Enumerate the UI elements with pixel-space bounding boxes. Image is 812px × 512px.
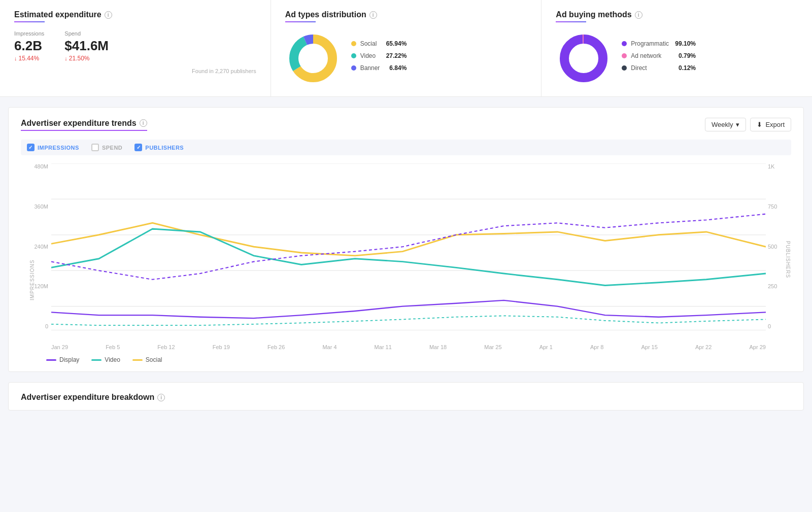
trends-title: Advertiser expenditure trends i: [21, 119, 147, 131]
ad-types-title-underline: [285, 21, 316, 22]
y-labels-left: 480M 360M 240M 120M 0: [26, 163, 48, 329]
buying-methods-info-icon[interactable]: i: [635, 11, 642, 19]
legend-programmatic: Programmatic 99.10%: [622, 40, 696, 47]
breakdown-title: Advertiser expenditure breakdown i: [21, 393, 791, 402]
spend-label: Spend: [64, 30, 109, 37]
social-legend-line: [132, 359, 143, 361]
buying-methods-title: Ad buying methods i: [556, 10, 798, 19]
buying-methods-legend: Programmatic 99.10% Ad network 0.79% Dir…: [622, 40, 696, 77]
filter-spend[interactable]: SPEND: [91, 144, 122, 151]
programmatic-dot: [622, 41, 627, 46]
legend-video: Video 27.22%: [351, 52, 407, 59]
publishers-checkbox[interactable]: ✓: [134, 144, 142, 151]
trends-section: Advertiser expenditure trends i Weekly ▾…: [8, 107, 804, 372]
breakdown-section: Advertiser expenditure breakdown i: [8, 382, 804, 411]
impressions-change: ↓ 15.44%: [14, 55, 44, 62]
weekly-button[interactable]: Weekly ▾: [705, 118, 746, 131]
buying-methods-donut: [556, 30, 612, 86]
spend-metric: Spend $41.6M ↓ 21.50%: [64, 30, 109, 62]
display-legend-line: [46, 359, 56, 361]
x-labels: Jan 29 Feb 5 Feb 12 Feb 19 Feb 26 Mar 4 …: [51, 342, 766, 350]
chart-legend: Display Video Social: [21, 350, 791, 363]
expenditure-info-icon[interactable]: i: [105, 11, 112, 19]
video-legend-line: [91, 359, 101, 361]
impressions-label: Impressions: [14, 30, 44, 37]
filter-row: ✓ IMPRESSIONS SPEND ✓ PUBLISHERS: [21, 140, 791, 155]
buying-methods-content: Programmatic 99.10% Ad network 0.79% Dir…: [556, 30, 798, 86]
ad-types-title: Ad types distribution i: [285, 10, 527, 19]
ad-types-info-icon[interactable]: i: [369, 11, 377, 19]
filter-impressions[interactable]: ✓ IMPRESSIONS: [27, 144, 79, 151]
ad-network-dot: [622, 53, 627, 58]
spend-checkbox[interactable]: [91, 144, 99, 151]
impressions-value: 6.2B: [14, 39, 44, 53]
video-line: [51, 229, 766, 285]
display-line: [51, 300, 766, 318]
chart-wrapper: IMPRESSIONS PUBLISHERS 480M 360M 240M 12…: [21, 163, 791, 350]
banner-dot: [351, 65, 356, 71]
trend-chart-svg: [51, 163, 766, 342]
legend-social: Social 65.94%: [351, 40, 407, 47]
ad-types-card: Ad types distribution i: [271, 0, 542, 96]
expenditure-card: Estimated expenditure i Impressions 6.2B…: [0, 0, 271, 96]
ad-types-donut: [285, 30, 341, 86]
trends-header: Advertiser expenditure trends i Weekly ▾…: [21, 118, 791, 131]
legend-direct: Direct 0.12%: [622, 64, 696, 72]
impressions-checkbox[interactable]: ✓: [27, 144, 35, 151]
legend-ad-network: Ad network 0.79%: [622, 52, 696, 59]
social-dot: [351, 41, 356, 46]
expenditure-title-underline: [14, 21, 45, 22]
publishers-note: Found in 2,270 publishers: [14, 68, 256, 74]
spend-change: ↓ 21.50%: [64, 55, 109, 62]
filter-publishers[interactable]: ✓ PUBLISHERS: [134, 144, 184, 151]
buying-methods-card: Ad buying methods i Programmatic: [542, 0, 812, 96]
metrics-row: Impressions 6.2B ↓ 15.44% Spend $41.6M ↓…: [14, 30, 256, 62]
expenditure-title: Estimated expenditure i: [14, 10, 256, 19]
trends-controls: Weekly ▾ ⬇ Export: [705, 118, 791, 131]
impressions-metric: Impressions 6.2B ↓ 15.44%: [14, 30, 44, 62]
legend-banner: Banner 6.84%: [351, 64, 407, 72]
ad-types-legend: Social 65.94% Video 27.22% Banner 6.84%: [351, 40, 407, 77]
legend-video-chart[interactable]: Video: [91, 356, 120, 363]
direct-dot: [622, 65, 627, 71]
buying-methods-title-underline: [556, 21, 586, 22]
ad-types-content: Social 65.94% Video 27.22% Banner 6.84%: [285, 30, 527, 86]
spend-value: $41.6M: [64, 39, 109, 53]
y-labels-right: 1K 750 500 250 0: [768, 163, 788, 329]
legend-display[interactable]: Display: [46, 356, 79, 363]
chart-area: 480M 360M 240M 120M 0 1K 750 500 250 0: [51, 163, 766, 342]
social-line: [51, 223, 766, 256]
legend-social-chart[interactable]: Social: [132, 356, 162, 363]
video-dot: [351, 53, 356, 58]
breakdown-info-icon[interactable]: i: [157, 394, 165, 401]
impressions-arrow: ↓: [14, 55, 17, 61]
svg-point-5: [564, 39, 603, 78]
spend-arrow: ↓: [64, 55, 67, 61]
trends-info-icon[interactable]: i: [140, 119, 147, 127]
export-button[interactable]: ⬇ Export: [750, 118, 791, 131]
